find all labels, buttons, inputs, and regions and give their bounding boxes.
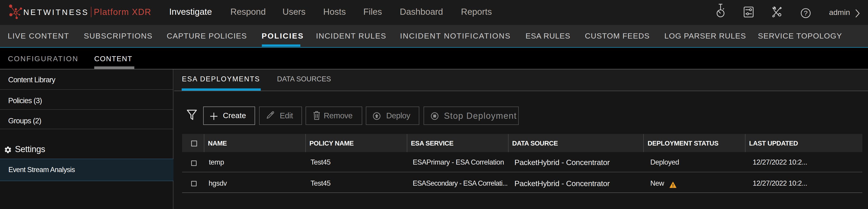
svg-text:?: ? — [804, 9, 808, 17]
